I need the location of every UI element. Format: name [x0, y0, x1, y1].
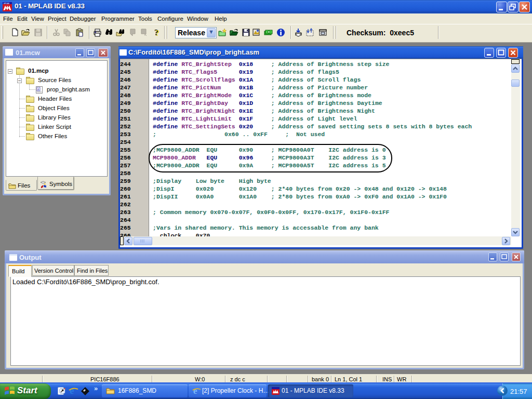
svg-text:e: e: [70, 386, 74, 396]
svg-text:e: e: [193, 387, 197, 395]
svg-text:a: a: [37, 87, 39, 91]
svg-text:MPLAB: MPLAB: [4, 3, 9, 5]
svg-text:?: ?: [155, 29, 159, 37]
